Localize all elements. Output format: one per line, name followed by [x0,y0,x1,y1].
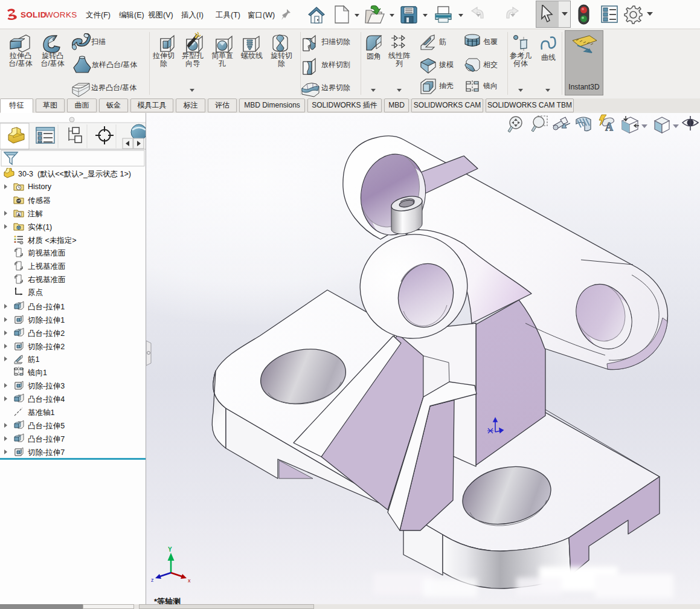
svg-text:放样切割: 放样切割 [321,60,350,69]
svg-text:相交: 相交 [483,60,498,69]
svg-text:A: A [18,213,21,217]
svg-text:x: x [188,578,191,584]
svg-text:拔模: 拔模 [439,60,454,69]
svg-text:圆角: 圆角 [367,52,381,60]
svg-text:*等轴测: *等轴测 [154,597,181,604]
svg-text:SOLID: SOLID [21,10,47,19]
svg-text:边界凸台/基体: 边界凸台/基体 [91,83,136,92]
svg-text:z: z [151,577,154,583]
svg-text:镜向: 镜向 [483,82,498,90]
svg-text:Y: Y [168,546,172,553]
svg-text:WORKS: WORKS [45,10,77,19]
svg-text:曲线: 曲线 [541,53,556,62]
svg-text:包覆: 包覆 [483,37,498,46]
svg-text:放样凸台/基体: 放样凸台/基体 [92,60,137,69]
svg-text:扫描切除: 扫描切除 [321,37,350,46]
svg-text:抽壳: 抽壳 [438,82,454,90]
svg-text:筋: 筋 [439,37,446,46]
svg-text:扫描: 扫描 [91,37,106,46]
svg-text:边界切除: 边界切除 [321,83,350,92]
svg-text:A: A [605,121,613,133]
